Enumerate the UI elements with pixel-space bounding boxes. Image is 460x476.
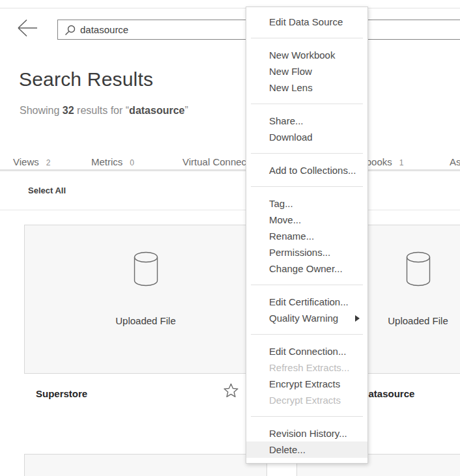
results-summary-middle: results for [77,105,122,116]
menu-item-share[interactable]: Share... [246,113,367,129]
menu-item-label: Edit Data Source [269,14,343,30]
results-count: 32 [63,105,74,116]
magnifier-icon [65,25,76,36]
database-cylinder-icon [406,251,431,287]
menu-item-label: Share... [269,113,304,129]
tab-label: Ask Data [450,156,460,167]
menu-item-label: Permissions... [269,244,330,260]
menu-separator [251,416,363,417]
menu-item-label: Edit Certification... [269,294,349,310]
menu-item-delete[interactable]: Delete... [246,441,367,458]
menu-item-edit-connection[interactable]: Edit Connection... [246,343,367,359]
menu-item-download[interactable]: Download [246,129,367,145]
datasource-card-superstore[interactable]: Uploaded File [24,225,267,374]
menu-item-label: Rename... [269,228,314,244]
submenu-right-triangle-icon [355,315,360,322]
menu-item-label: Download [269,129,313,145]
menu-item-refresh-extracts: Refresh Extracts... [246,359,367,376]
menu-item-label: New Lens [269,79,313,96]
menu-item-new-flow[interactable]: New Flow [246,63,367,79]
menu-item-label: New Flow [269,63,312,79]
menu-item-label: Decrypt Extracts [269,392,341,408]
menu-item-add-to-collections[interactable]: Add to Collections... [246,162,367,178]
menu-item-label: Add to Collections... [269,162,356,178]
menu-item-label: Revision History... [269,425,347,441]
tab-underline [0,169,460,171]
menu-item-decrypt-extracts: Decrypt Extracts [246,392,367,408]
database-cylinder-icon [134,251,158,287]
menu-item-new-workbook[interactable]: New Workbook [246,47,367,63]
menu-separator [251,334,363,335]
star-outline-icon[interactable] [223,383,238,398]
menu-item-label: Quality Warning [269,310,338,326]
menu-item-label: Move... [269,212,301,228]
tab-views[interactable]: Views2 [13,156,50,167]
context-menu: Edit Data SourceNew WorkbookNew FlowNew … [246,7,368,464]
menu-item-label: New Workbook [269,47,335,63]
tab-ask-data[interactable]: Ask Data [450,156,460,167]
menu-item-change-owner[interactable]: Change Owner... [246,260,367,277]
menu-item-label: Change Owner... [269,260,343,277]
toolbar-divider [0,210,460,210]
menu-separator [251,38,363,38]
menu-item-edit-data-source[interactable]: Edit Data Source [246,14,367,30]
menu-separator [251,153,363,154]
menu-item-revision-history[interactable]: Revision History... [246,425,367,441]
close-quote: ” [184,105,188,116]
card-row2-left[interactable] [24,454,267,476]
menu-item-label: Refresh Extracts... [269,359,349,376]
menu-separator [251,104,363,104]
search-results-page: Search Results Showing 32 results for “d… [0,0,460,476]
menu-item-encrypt-extracts[interactable]: Encrypt Extracts [246,376,367,392]
menu-item-label: Tag... [269,195,293,212]
tab-count: 1 [399,158,404,167]
menu-separator [251,285,363,285]
tab-count: 2 [46,158,51,167]
back-arrow-icon [16,18,38,38]
search-term: datasource [129,105,184,116]
menu-separator [251,186,363,187]
select-all-button[interactable]: Select All [28,186,66,195]
page-title: Search Results [19,68,153,91]
menu-item-tag[interactable]: Tag... [246,195,367,212]
menu-item-edit-certification[interactable]: Edit Certification... [246,294,367,310]
menu-item-rename[interactable]: Rename... [246,228,367,244]
tabs: Views2Metrics0Virtual ConnectionsWorkboo… [0,156,460,171]
tab-count: 0 [130,158,134,167]
tab-label: Views [13,156,39,167]
menu-item-quality-warning[interactable]: Quality Warning [246,310,367,326]
tab-metrics[interactable]: Metrics0 [91,156,134,167]
menu-item-new-lens[interactable]: New Lens [246,79,367,96]
back-button[interactable] [16,18,38,38]
card-type-label: Uploaded File [25,315,266,326]
header-divider [0,8,460,8]
menu-item-permissions[interactable]: Permissions... [246,244,367,260]
results-summary: Showing 32 results for “datasource” [20,105,188,117]
menu-item-label: Encrypt Extracts [269,376,340,392]
results-summary-prefix: Showing [20,105,59,116]
menu-item-label: Delete... [269,441,306,458]
menu-item-label: Edit Connection... [269,343,346,359]
item-name-superstore[interactable]: Superstore [36,388,87,399]
tab-label: Metrics [91,156,122,167]
menu-item-move[interactable]: Move... [246,212,367,228]
